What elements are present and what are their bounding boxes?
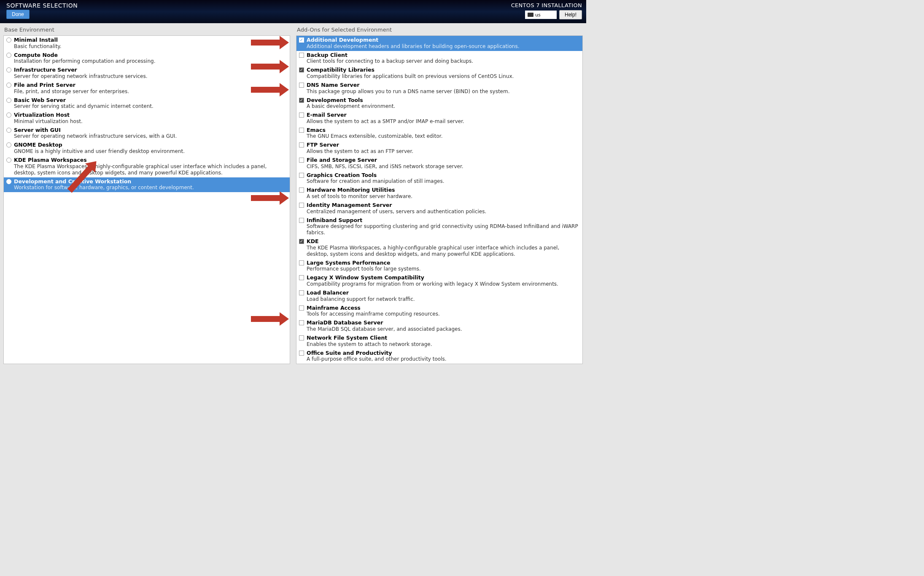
item-title: Additional Development xyxy=(307,37,519,43)
addon-item-hwmon[interactable]: Hardware Monitoring UtilitiesA set of to… xyxy=(296,186,582,201)
checkbox-office[interactable] xyxy=(299,351,304,356)
done-button[interactable]: Done xyxy=(6,10,30,19)
item-title: Infiniband Support xyxy=(307,217,580,224)
checkbox-files[interactable] xyxy=(299,158,304,163)
base-env-list[interactable]: Minimal InstallBasic functionality.Compu… xyxy=(3,35,290,364)
checkbox-email[interactable] xyxy=(299,113,304,118)
radio-basicweb[interactable] xyxy=(6,98,11,103)
header-left: SOFTWARE SELECTION Done xyxy=(6,2,78,19)
item-desc: The KDE Plasma Workspaces, a highly-conf… xyxy=(14,163,287,176)
item-text: Office Suite and ProductivityA full-purp… xyxy=(307,350,447,363)
addon-item-gfx[interactable]: Graphics Creation ToolsSoftware for crea… xyxy=(296,171,582,186)
addon-item-devtools[interactable]: Development ToolsA basic development env… xyxy=(296,96,582,111)
addon-item-dns[interactable]: DNS Name ServerThis package group allows… xyxy=(296,81,582,96)
item-text: Legacy X Window System CompatibilityComp… xyxy=(307,274,558,287)
checkbox-ftp[interactable] xyxy=(299,142,304,147)
item-text: Minimal InstallBasic functionality. xyxy=(14,37,62,50)
radio-compute[interactable] xyxy=(6,53,11,58)
item-title: Server with GUI xyxy=(14,127,177,134)
checkbox-ib[interactable] xyxy=(299,218,304,223)
addon-item-adddev[interactable]: Additional DevelopmentAdditional develop… xyxy=(296,36,582,51)
item-title: GNOME Desktop xyxy=(14,142,185,148)
header-controls: us Help! xyxy=(525,10,582,19)
item-title: Mainframe Access xyxy=(307,305,440,311)
addon-item-compat[interactable]: Compatibility LibrariesCompatibility lib… xyxy=(296,66,582,81)
checkbox-emacs[interactable] xyxy=(299,128,304,133)
checkbox-gfx[interactable] xyxy=(299,173,304,178)
radio-minimal[interactable] xyxy=(6,38,11,43)
item-text: Compatibility LibrariesCompatibility lib… xyxy=(307,67,514,80)
base-env-item-fileprint[interactable]: File and Print ServerFile, print, and st… xyxy=(4,81,290,96)
radio-devws[interactable] xyxy=(6,179,11,184)
item-desc: Software for creation and manipulation o… xyxy=(307,178,444,185)
addons-header: Add-Ons for Selected Environment xyxy=(296,25,583,35)
addon-item-lgperf[interactable]: Large Systems PerformancePerformance sup… xyxy=(296,259,582,274)
checkbox-lgperf[interactable] xyxy=(299,260,304,265)
base-env-item-infra[interactable]: Infrastructure ServerServer for operatin… xyxy=(4,66,290,81)
addon-item-mainframe[interactable]: Mainframe AccessTools for accessing main… xyxy=(296,304,582,319)
column-separator xyxy=(290,25,296,364)
radio-infra[interactable] xyxy=(6,67,11,72)
help-button[interactable]: Help! xyxy=(559,10,582,19)
item-desc: CIFS, SMB, NFS, iSCSI, iSER, and iSNS ne… xyxy=(307,163,463,170)
base-env-item-servergui[interactable]: Server with GUIServer for operating netw… xyxy=(4,126,290,141)
keyboard-indicator[interactable]: us xyxy=(525,11,557,19)
install-title: CENTOS 7 INSTALLATION xyxy=(511,2,582,8)
item-title: MariaDB Database Server xyxy=(307,319,462,326)
radio-virt[interactable] xyxy=(6,113,11,118)
addons-column: Add-Ons for Selected Environment Additio… xyxy=(296,25,583,364)
checkbox-devtools[interactable] xyxy=(299,98,304,103)
checkbox-dns[interactable] xyxy=(299,83,304,88)
checkbox-mainframe[interactable] xyxy=(299,305,304,311)
base-env-item-minimal[interactable]: Minimal InstallBasic functionality. xyxy=(4,36,290,51)
addon-item-email[interactable]: E-mail ServerAllows the system to act as… xyxy=(296,111,582,126)
addon-item-lb[interactable]: Load BalancerLoad balancing support for … xyxy=(296,289,582,304)
checkbox-lb[interactable] xyxy=(299,290,304,295)
item-desc: A full-purpose office suite, and other p… xyxy=(307,356,447,362)
radio-gnome[interactable] xyxy=(6,142,11,147)
addon-item-backup[interactable]: Backup ClientClient tools for connecting… xyxy=(296,51,582,66)
checkbox-mariadb[interactable] xyxy=(299,320,304,325)
content-area: Base Environment Minimal InstallBasic fu… xyxy=(0,23,586,366)
checkbox-compat[interactable] xyxy=(299,67,304,72)
addon-item-idm[interactable]: Identity Management ServerCentralized ma… xyxy=(296,201,582,216)
base-env-item-kdews[interactable]: KDE Plasma WorkspacesThe KDE Plasma Work… xyxy=(4,156,290,177)
base-env-item-basicweb[interactable]: Basic Web ServerServer for serving stati… xyxy=(4,96,290,111)
checkbox-hwmon[interactable] xyxy=(299,188,304,193)
addon-item-emacs[interactable]: EmacsThe GNU Emacs extensible, customiza… xyxy=(296,126,582,141)
addon-item-office[interactable]: Office Suite and ProductivityA full-purp… xyxy=(296,349,582,364)
addon-item-php[interactable]: PHP SupportPHP web application framework… xyxy=(296,364,582,364)
base-env-item-virt[interactable]: Virtualization HostMinimal virtualizatio… xyxy=(4,111,290,126)
item-text: Infiniband SupportSoftware designed for … xyxy=(307,217,580,236)
checkbox-nfsclient[interactable] xyxy=(299,335,304,340)
addon-item-nfsclient[interactable]: Network File System ClientEnables the sy… xyxy=(296,334,582,349)
item-title: KDE Plasma Workspaces xyxy=(14,157,287,163)
radio-fileprint[interactable] xyxy=(6,83,11,88)
radio-kdews[interactable] xyxy=(6,158,11,163)
item-text: DNS Name ServerThis package group allows… xyxy=(307,82,510,95)
base-env-item-compute[interactable]: Compute NodeInstallation for performing … xyxy=(4,51,290,66)
item-text: KDEThe KDE Plasma Workspaces, a highly-c… xyxy=(307,238,580,257)
item-desc: Workstation for software, hardware, grap… xyxy=(14,185,194,191)
base-env-item-devws[interactable]: Development and Creative WorkstationWork… xyxy=(4,177,290,193)
item-text: EmacsThe GNU Emacs extensible, customiza… xyxy=(307,127,442,140)
checkbox-adddev[interactable] xyxy=(299,38,304,43)
addon-item-legx[interactable]: Legacy X Window System CompatibilityComp… xyxy=(296,273,582,289)
base-env-item-gnome[interactable]: GNOME DesktopGNOME is a highly intuitive… xyxy=(4,141,290,156)
item-title: Office Suite and Productivity xyxy=(307,350,447,356)
addons-list[interactable]: Additional DevelopmentAdditional develop… xyxy=(296,35,583,364)
addon-item-mariadb[interactable]: MariaDB Database ServerThe MariaDB SQL d… xyxy=(296,319,582,334)
header-right: CENTOS 7 INSTALLATION us Help! xyxy=(511,2,582,19)
item-title: File and Print Server xyxy=(14,82,129,88)
radio-servergui[interactable] xyxy=(6,128,11,133)
checkbox-kde[interactable] xyxy=(299,239,304,244)
checkbox-backup[interactable] xyxy=(299,53,304,58)
item-desc: Performance support tools for large syst… xyxy=(307,266,421,272)
checkbox-idm[interactable] xyxy=(299,203,304,208)
addon-item-files[interactable]: File and Storage ServerCIFS, SMB, NFS, i… xyxy=(296,156,582,171)
checkbox-legx[interactable] xyxy=(299,275,304,280)
addon-item-kde[interactable]: KDEThe KDE Plasma Workspaces, a highly-c… xyxy=(296,237,582,259)
addon-item-ftp[interactable]: FTP ServerAllows the system to act as an… xyxy=(296,141,582,156)
addon-item-ib[interactable]: Infiniband SupportSoftware designed for … xyxy=(296,216,582,238)
item-title: Large Systems Performance xyxy=(307,260,421,266)
